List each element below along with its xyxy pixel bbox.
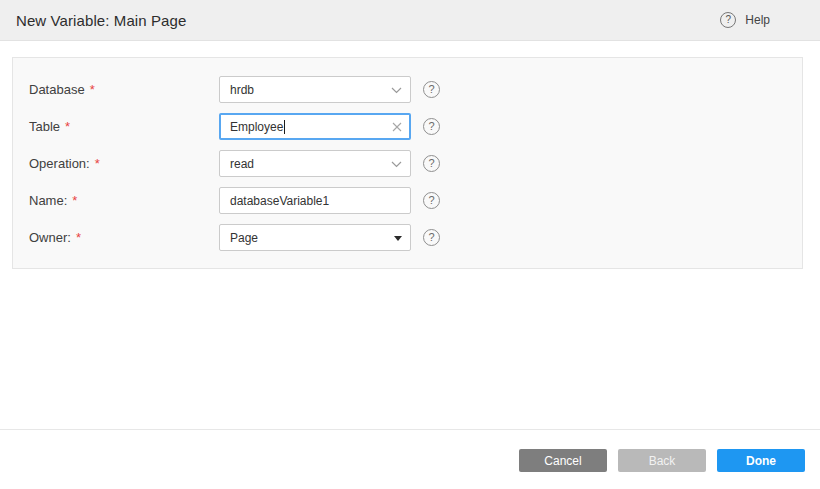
page-title: New Variable: Main Page	[16, 12, 186, 29]
help-label: Help	[745, 13, 770, 27]
operation-help-icon[interactable]: ?	[423, 155, 440, 172]
form-row-database: Database * hrdb ?	[13, 71, 802, 108]
form-row-name: Name: * databaseVariable1 ?	[13, 182, 802, 219]
required-asterisk: *	[90, 82, 95, 97]
help-icon: ?	[720, 12, 736, 28]
table-label-wrap: Table *	[29, 119, 219, 134]
required-asterisk: *	[95, 156, 100, 171]
operation-label-wrap: Operation: *	[29, 156, 219, 171]
footer-buttons: Cancel Back Done	[519, 449, 805, 472]
help-button[interactable]: ? Help	[720, 0, 770, 40]
footer-divider	[0, 429, 820, 430]
required-asterisk: *	[65, 119, 70, 134]
operation-label: Operation:	[29, 156, 90, 171]
required-asterisk: *	[72, 193, 77, 208]
database-value: hrdb	[230, 83, 254, 97]
form-row-table: Table * Employee ?	[13, 108, 802, 145]
owner-label-wrap: Owner: *	[29, 230, 219, 245]
owner-select[interactable]: Page	[219, 224, 411, 251]
cancel-button[interactable]: Cancel	[519, 449, 607, 472]
name-input[interactable]: databaseVariable1	[219, 187, 411, 214]
form-row-owner: Owner: * Page ?	[13, 219, 802, 256]
required-asterisk: *	[76, 230, 81, 245]
clear-icon[interactable]	[391, 121, 403, 133]
done-button[interactable]: Done	[717, 449, 805, 472]
owner-help-icon[interactable]: ?	[423, 229, 440, 246]
name-value: databaseVariable1	[230, 194, 329, 208]
database-label-wrap: Database *	[29, 82, 219, 97]
name-help-icon[interactable]: ?	[423, 192, 440, 209]
name-label: Name:	[29, 193, 67, 208]
database-select[interactable]: hrdb	[219, 76, 411, 103]
database-label: Database	[29, 82, 85, 97]
name-label-wrap: Name: *	[29, 193, 219, 208]
text-caret	[284, 120, 285, 134]
form-panel: Database * hrdb ? Table * Employee	[12, 57, 803, 269]
new-variable-dialog: New Variable: Main Page ? Help Database …	[0, 0, 820, 489]
form-row-operation: Operation: * read ?	[13, 145, 802, 182]
database-help-icon[interactable]: ?	[423, 81, 440, 98]
table-value: Employee	[230, 120, 283, 134]
operation-select[interactable]: read	[219, 150, 411, 177]
operation-value: read	[230, 157, 254, 171]
back-button[interactable]: Back	[618, 449, 706, 472]
table-help-icon[interactable]: ?	[423, 118, 440, 135]
table-label: Table	[29, 119, 60, 134]
table-input[interactable]: Employee	[219, 113, 411, 140]
dialog-header: New Variable: Main Page ? Help	[0, 0, 820, 41]
owner-value: Page	[230, 231, 258, 245]
owner-label: Owner:	[29, 230, 71, 245]
